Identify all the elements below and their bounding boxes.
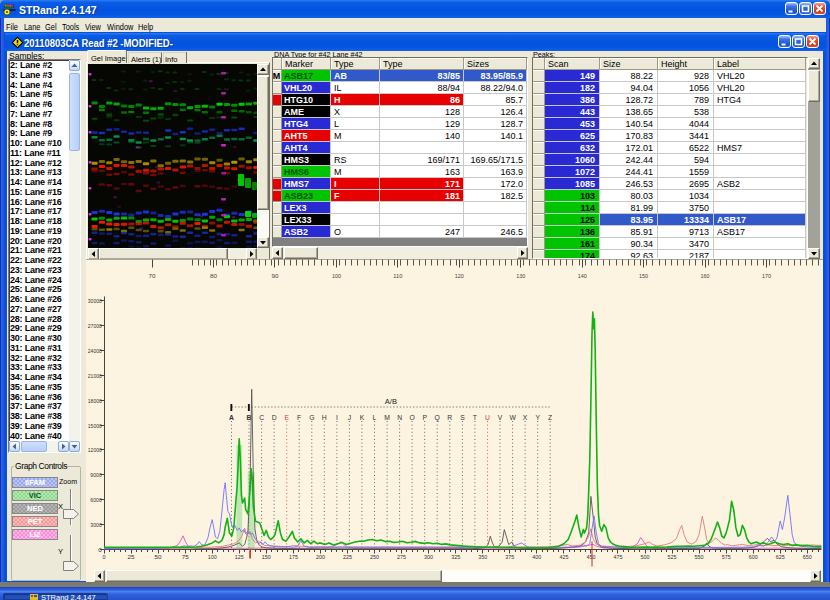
svg-text:Q: Q	[435, 414, 440, 422]
svg-text:130: 130	[516, 272, 525, 279]
svg-text:600: 600	[749, 554, 759, 560]
svg-text:140: 140	[578, 272, 587, 279]
svg-text:425: 425	[559, 554, 569, 560]
svg-text:450: 450	[586, 554, 596, 560]
svg-text:120: 120	[455, 272, 464, 279]
svg-text:K: K	[360, 414, 365, 421]
svg-text:G: G	[309, 414, 314, 421]
svg-text:9000: 9000	[90, 472, 102, 478]
svg-text:Z: Z	[548, 414, 552, 421]
svg-text:21000: 21000	[88, 373, 103, 379]
svg-text:90: 90	[271, 272, 279, 279]
svg-text:25: 25	[128, 554, 136, 560]
svg-text:F: F	[297, 414, 301, 421]
svg-text:O: O	[409, 414, 414, 421]
svg-text:24000: 24000	[88, 348, 103, 354]
svg-text:E: E	[284, 414, 289, 421]
svg-text:12000: 12000	[88, 447, 103, 453]
svg-text:W: W	[509, 414, 516, 421]
svg-text:325: 325	[451, 554, 461, 560]
svg-text:80: 80	[210, 272, 218, 279]
svg-text:75: 75	[182, 554, 190, 560]
svg-text:0: 0	[103, 554, 107, 560]
svg-text:T: T	[473, 414, 477, 421]
svg-text:110: 110	[393, 272, 402, 279]
svg-text:475: 475	[614, 554, 624, 560]
svg-text:500: 500	[641, 554, 651, 560]
svg-text:S: S	[460, 414, 465, 421]
svg-text:A/B: A/B	[385, 397, 397, 406]
svg-text:C: C	[259, 414, 264, 421]
svg-text:27000: 27000	[88, 323, 103, 329]
svg-text:275: 275	[397, 554, 407, 560]
svg-text:L: L	[373, 414, 377, 421]
svg-text:100: 100	[332, 272, 341, 279]
svg-text:15000: 15000	[88, 423, 103, 429]
svg-text:70: 70	[149, 272, 157, 279]
svg-text:300: 300	[424, 554, 434, 560]
svg-text:150: 150	[262, 554, 272, 560]
svg-text:650: 650	[803, 554, 813, 560]
svg-text:Y: Y	[535, 414, 540, 421]
svg-text:170: 170	[762, 272, 771, 279]
svg-text:X: X	[523, 414, 528, 421]
svg-text:I: I	[336, 414, 338, 421]
svg-text:525: 525	[668, 554, 678, 560]
svg-text:18000: 18000	[88, 398, 103, 404]
svg-text:125: 125	[235, 554, 245, 560]
svg-text:375: 375	[505, 554, 515, 560]
svg-text:J: J	[348, 414, 351, 421]
svg-text:A: A	[229, 414, 234, 421]
svg-text:175: 175	[289, 554, 299, 560]
svg-text:250: 250	[370, 554, 380, 560]
svg-text:30000: 30000	[88, 298, 103, 304]
svg-text:160: 160	[701, 272, 710, 279]
svg-text:6000: 6000	[90, 497, 102, 503]
svg-text:400: 400	[532, 554, 542, 560]
svg-text:H: H	[322, 414, 327, 421]
svg-text:100: 100	[208, 554, 218, 560]
svg-text:550: 550	[695, 554, 705, 560]
svg-text:V: V	[498, 414, 503, 421]
svg-text:50: 50	[155, 554, 163, 560]
svg-text:575: 575	[722, 554, 732, 560]
svg-text:625: 625	[776, 554, 786, 560]
svg-text:R: R	[447, 414, 452, 421]
svg-text:N: N	[397, 414, 402, 421]
svg-text:350: 350	[478, 554, 488, 560]
svg-text:D: D	[272, 414, 277, 421]
svg-text:M: M	[384, 414, 390, 421]
svg-text:U: U	[485, 414, 490, 421]
svg-text:3000: 3000	[90, 522, 102, 528]
svg-text:200: 200	[316, 554, 326, 560]
svg-text:225: 225	[343, 554, 353, 560]
svg-text:150: 150	[639, 272, 648, 279]
svg-text:P: P	[422, 414, 427, 421]
